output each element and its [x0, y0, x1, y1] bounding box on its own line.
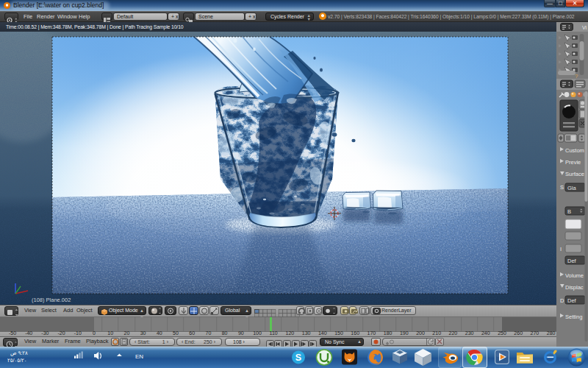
- svg-text:(108) Plane.002: (108) Plane.002: [32, 297, 71, 303]
- svg-text:Custom: Custom: [565, 147, 584, 154]
- svg-text:Previe: Previe: [565, 159, 581, 166]
- svg-text:Setting: Setting: [565, 314, 582, 320]
- svg-text:EN: EN: [135, 353, 143, 360]
- svg-text:Def: Def: [567, 258, 577, 264]
- svg-text:٢٥/٠٥/٢٠: ٢٥/٠٥/٢٠: [7, 358, 26, 363]
- svg-text:Vi: Vi: [582, 25, 587, 30]
- svg-text:٩:٢٨ ص: ٩:٢٨ ص: [10, 350, 28, 356]
- svg-text:Gla: Gla: [567, 185, 577, 191]
- svg-text:I: I: [560, 246, 562, 252]
- svg-text:S: S: [295, 353, 301, 363]
- svg-text:Def: Def: [567, 297, 577, 304]
- svg-text:Displac: Displac: [565, 284, 584, 291]
- svg-text:S: S: [560, 184, 564, 191]
- svg-text:B: B: [567, 208, 571, 215]
- svg-text:Volume: Volume: [565, 272, 584, 279]
- svg-text:?: ?: [575, 73, 578, 79]
- svg-text:D: D: [560, 297, 564, 304]
- svg-text:Surface: Surface: [565, 171, 584, 177]
